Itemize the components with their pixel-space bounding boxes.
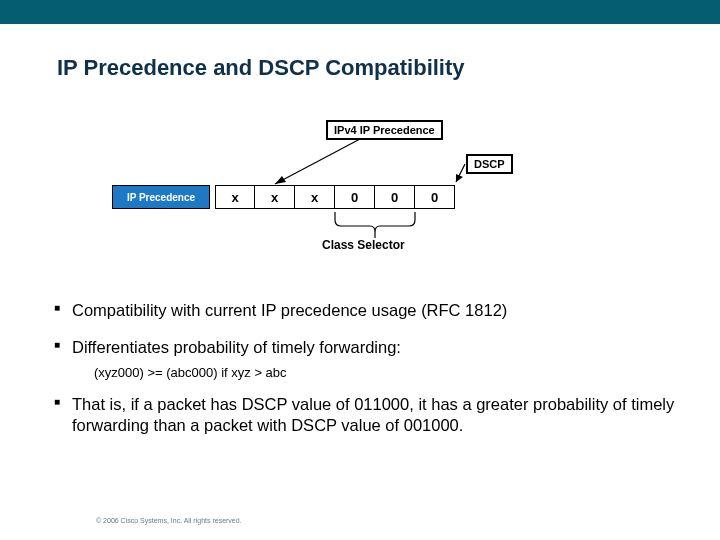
bit-cell: 0	[415, 185, 455, 209]
bit-cell: x	[295, 185, 335, 209]
slide-title: IP Precedence and DSCP Compatibility	[57, 55, 465, 81]
bullet-item: Compatibility with current IP precedence…	[54, 300, 680, 321]
ipv4-precedence-label-box: IPv4 IP Precedence	[326, 120, 443, 140]
slide: IP Precedence and DSCP Compatibility IPv…	[0, 0, 720, 540]
bit-cell: x	[215, 185, 255, 209]
bits-row: x x x 0 0 0	[215, 185, 455, 209]
bit-cell: 0	[375, 185, 415, 209]
bullet-list: Compatibility with current IP precedence…	[54, 300, 680, 452]
bit-cell: x	[255, 185, 295, 209]
bullet-item: Differentiates probability of timely for…	[54, 337, 680, 358]
svg-line-0	[275, 139, 360, 184]
svg-marker-1	[275, 176, 286, 184]
class-selector-label: Class Selector	[322, 238, 405, 252]
dscp-label-box: DSCP	[466, 154, 513, 174]
ip-precedence-label-box: IP Precedence	[112, 185, 210, 209]
bullet-item: That is, if a packet has DSCP value of 0…	[54, 394, 680, 435]
bit-cell: 0	[335, 185, 375, 209]
dscp-diagram: IPv4 IP Precedence DSCP IP Precedence x …	[160, 120, 560, 260]
top-accent-bar	[0, 0, 720, 24]
bullet-subtext: (xyz000) >= (abc000) if xyz > abc	[94, 365, 680, 380]
copyright-footer: © 2006 Cisco Systems, Inc. All rights re…	[96, 517, 242, 524]
